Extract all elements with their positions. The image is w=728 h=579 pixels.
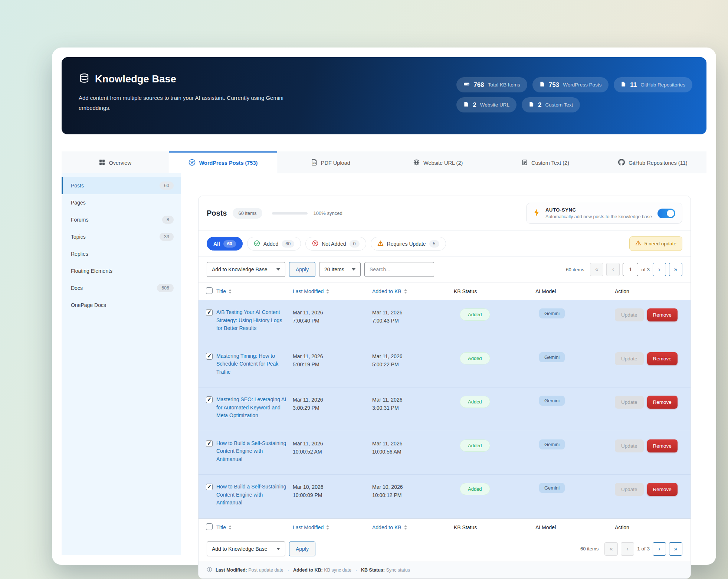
content-type-sidebar: Posts 60 Pages Forums 8 Topics 33 Replie… xyxy=(62,173,181,555)
remove-button[interactable]: Remove xyxy=(647,352,678,365)
row-checkbox[interactable] xyxy=(206,309,213,316)
sidebar-item-topics[interactable]: Topics 33 xyxy=(62,228,181,245)
filter-requires-update[interactable]: Requires Update 5 xyxy=(371,237,446,251)
autosync-toggle[interactable] xyxy=(658,209,675,218)
row-checkbox[interactable] xyxy=(206,396,213,403)
document-icon xyxy=(522,159,528,167)
sort-icon xyxy=(404,289,407,294)
count-badge: 60 xyxy=(160,181,174,190)
check-circle-icon xyxy=(254,240,260,248)
sort-added-to-kb-header[interactable]: Added to KB xyxy=(372,288,407,294)
sidebar-item-pages[interactable]: Pages xyxy=(62,194,181,211)
apply-button[interactable]: Apply xyxy=(289,262,315,277)
first-page-button[interactable]: « xyxy=(604,542,618,556)
status-badge: Added xyxy=(460,483,490,495)
select-all-checkbox[interactable] xyxy=(206,523,213,530)
filter-added[interactable]: Added 60 xyxy=(247,237,301,251)
prev-page-button[interactable]: ‹ xyxy=(621,542,634,556)
remove-button[interactable]: Remove xyxy=(647,396,678,409)
row-checkbox[interactable] xyxy=(206,353,213,360)
sync-status-label: 100% synced xyxy=(314,210,342,216)
post-title-link[interactable]: Mastering Timing: How to Schedule Conten… xyxy=(216,352,288,376)
sort-last-modified-header[interactable]: Last Modified xyxy=(293,524,329,530)
filter-all[interactable]: All 60 xyxy=(207,237,243,251)
tab-wordpress-posts[interactable]: W WordPress Posts (753) xyxy=(169,151,277,173)
sort-last-modified-header[interactable]: Last Modified xyxy=(293,288,329,294)
sort-title-header[interactable]: Title xyxy=(216,288,232,294)
github-icon xyxy=(618,159,625,167)
file-icon xyxy=(621,81,626,89)
row-checkbox[interactable] xyxy=(206,484,213,490)
remove-button[interactable]: Remove xyxy=(647,483,678,496)
pagination-items-count: 60 items xyxy=(580,546,599,552)
tab-github-repositories[interactable]: GitHub Repositories (11) xyxy=(599,151,706,173)
file-icon xyxy=(463,101,469,109)
warning-icon xyxy=(377,240,384,248)
next-page-button[interactable]: › xyxy=(653,263,666,276)
tab-website-url[interactable]: Website URL (2) xyxy=(384,151,492,173)
post-title-link[interactable]: Mastering SEO: Leveraging AI for Automat… xyxy=(216,396,288,420)
sidebar-item-onepage-docs[interactable]: OnePage Docs xyxy=(62,297,181,314)
last-page-button[interactable]: » xyxy=(669,263,682,276)
tab-overview[interactable]: Overview xyxy=(62,151,169,173)
table-row: How to Build a Self-Sustaining Content E… xyxy=(199,475,691,519)
next-page-button[interactable]: › xyxy=(653,542,666,556)
select-all-checkbox[interactable] xyxy=(206,287,213,294)
ai-model-badge: Gemini xyxy=(539,439,565,449)
sidebar-item-posts[interactable]: Posts 60 xyxy=(62,177,181,194)
sync-progress-bar xyxy=(272,212,308,215)
stat-badge-github: 11 GitHub Repositories xyxy=(614,77,692,92)
sidebar-item-docs[interactable]: Docs 606 xyxy=(62,279,181,297)
chevron-down-icon xyxy=(276,268,280,271)
table-row: A/B Testing Your AI Content Strategy: Us… xyxy=(199,300,691,344)
update-button[interactable]: Update xyxy=(615,439,644,452)
legend-added-to-kb: Added to KB: KB sync date xyxy=(293,567,351,573)
sort-added-to-kb-header[interactable]: Added to KB xyxy=(372,524,407,530)
sidebar-item-forums[interactable]: Forums 8 xyxy=(62,211,181,228)
sidebar-item-floating-elements[interactable]: Floating Elements xyxy=(62,262,181,279)
panel-title: Posts xyxy=(207,209,227,217)
last-page-button[interactable]: » xyxy=(669,542,682,556)
apply-button[interactable]: Apply xyxy=(289,542,315,556)
per-page-select[interactable]: 20 Items xyxy=(319,262,361,277)
stat-badge-total: 768 Total KB Items xyxy=(456,77,527,92)
first-page-button[interactable]: « xyxy=(590,263,603,276)
row-checkbox[interactable] xyxy=(206,440,213,447)
post-title-link[interactable]: How to Build a Self-Sustaining Content E… xyxy=(216,483,288,507)
remove-button[interactable]: Remove xyxy=(647,308,678,321)
pagination-top: 60 items « ‹ of 3 › » xyxy=(566,263,682,276)
remove-button[interactable]: Remove xyxy=(647,439,678,452)
filter-not-added[interactable]: Not Added 0 xyxy=(305,237,366,251)
update-button[interactable]: Update xyxy=(615,483,644,496)
update-button[interactable]: Update xyxy=(615,308,644,321)
post-title-link[interactable]: How to Build a Self-Sustaining Content E… xyxy=(216,439,288,464)
sidebar-item-replies[interactable]: Replies xyxy=(62,245,181,262)
page-of-label: of 3 xyxy=(641,267,650,272)
stat-badge-custom-text: 2 Custom Text xyxy=(522,97,580,112)
sort-title-header[interactable]: Title xyxy=(216,524,232,530)
added-to-kb-date: Mar 10, 202610:00:12 PM xyxy=(372,483,454,499)
sort-icon xyxy=(229,525,232,530)
count-badge: 606 xyxy=(157,284,174,292)
tab-pdf-upload[interactable]: PDF PDF Upload xyxy=(277,151,384,173)
tab-custom-text[interactable]: Custom Text (2) xyxy=(492,151,599,173)
bulk-action-select[interactable]: Add to Knowledge Base xyxy=(207,542,285,556)
legend-last-modified: Last Modified: Post update date xyxy=(216,567,283,573)
file-icon xyxy=(529,101,534,109)
update-button[interactable]: Update xyxy=(615,352,644,365)
status-badge: Added xyxy=(460,308,490,321)
pagination-bottom: 60 items « ‹ 1 of 3 › » xyxy=(580,542,682,556)
sort-icon xyxy=(229,289,232,294)
prev-page-button[interactable]: ‹ xyxy=(606,263,620,276)
page-number-input[interactable] xyxy=(623,263,638,276)
stat-badge-website-url: 2 Website URL xyxy=(456,97,517,112)
bulk-action-select[interactable]: Add to Knowledge Base xyxy=(207,262,285,277)
action-header: Action xyxy=(615,524,691,530)
search-input[interactable] xyxy=(364,262,434,277)
post-title-link[interactable]: A/B Testing Your AI Content Strategy: Us… xyxy=(216,308,288,333)
table-row: Mastering SEO: Leveraging AI for Automat… xyxy=(199,387,691,431)
update-button[interactable]: Update xyxy=(615,396,644,409)
grid-icon xyxy=(99,159,105,166)
need-update-badge[interactable]: 5 need update xyxy=(629,236,682,251)
chevron-down-icon xyxy=(352,268,355,271)
